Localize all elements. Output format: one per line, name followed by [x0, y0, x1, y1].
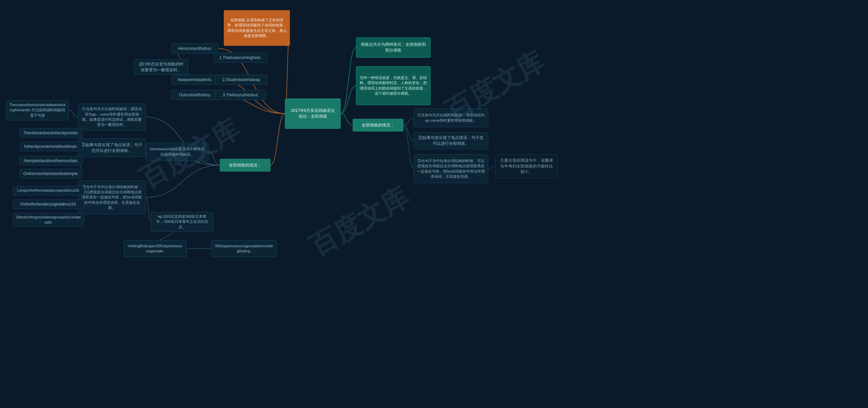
left-ex2-node: Theoldmanlivesinthecitycenter. [20, 128, 82, 138]
left-ex5-node: Onthemountainstandsatemple. [20, 169, 82, 178]
eg-beijing-node: eg.访问北京的是300名日本青年，/300名日本青年正在访问北京。 [151, 212, 214, 232]
top-orange-node: 全部倒装:主谓宾构成了正常的语序，把谓语动词提到了动词的前面，谓语动词直接发生在… [224, 10, 290, 46]
example2-node: 2.Studentswentaway. [215, 75, 268, 85]
right-sub2-node: ②如果句首出现了地点状语，句子也可以进行全部倒装。 [414, 132, 488, 149]
left-ex6-node: Lyingonthefloorwasaboyagedabout18. [13, 186, 84, 195]
herecomesthebus-node: Herecomesthebus. [171, 43, 219, 54]
quanbu-qingkuang-center-node: 全部倒装的情况： [220, 159, 271, 172]
jinxingshitai-node: 进行时态在变为倒装的时候要变为一般现在时。 [134, 59, 188, 75]
example1-node: 1.Thebusiscominghere. [214, 53, 267, 63]
right-teal1-node: 倒装总共分为两种形式：全部倒装和部分倒装 [356, 37, 431, 58]
mind-map-canvas: 2017年6月英语四级语法 知识：全部倒装全部倒装:主谓宾构成了正常的语序，把谓… [0, 0, 868, 408]
here-away-node: here/away/out/在英语当中称作方位副词或时间副词。 [146, 142, 209, 161]
left-ex1-node: Thencamethehourwehadbeenlookingforwardto… [6, 100, 69, 120]
right-sub4-node: 主要出现在阅读当中，在翻译当中考到全部倒装的可能性比较小。 [495, 154, 558, 178]
left-ex4-node: Atemplestandsonthemountain. [20, 156, 82, 166]
outrushedtheboy-node: Outrushedtheboy. [171, 90, 219, 100]
main-title-node: 2017年6月英语四级语法 知识：全部倒装 [285, 98, 341, 129]
example3-node: 3.Theboyrushedout. [215, 90, 266, 100]
awaywentstudents-node: Awaywentstudents. [171, 75, 219, 85]
note1-node: ①当首句为方位或时间副词，谓语动词为go、come等时通常用全部倒装。如果是进行… [78, 103, 146, 131]
right-teal2-node: 另外一种情况就是，仍然是主、谓、宾结构，谓语动词都有时态、人称的变化，把谓语动词… [356, 66, 431, 105]
right-sub3-node: ③当句子当中出现分词结构的时候，可以把现在分词或过去分词和地点状语联系在一起放在… [414, 154, 488, 183]
left-ex7-node: Ontheflorliesaboyagedabout18. [13, 199, 84, 209]
right-sub1-node: ①当首句为方位或时间副词，谓语动词为go come等时通常用全部倒装。 [414, 109, 488, 127]
watermark: 百度文库 [303, 179, 415, 265]
note2-node: ②如果句首出现了地点状语，句子也可以进行全部倒装。 [78, 138, 146, 157]
quanbu-qingkuang-right-node: 全部倒装的情况： [353, 119, 403, 132]
left-ex3-node: Inthecitycenterlvestheoldman. [20, 142, 82, 151]
visiting-beijing-node: VisitingBeijingare300Japaneseyoungpeople… [124, 240, 186, 257]
note3-node: ③当句子当中出现分词结构的时候，可以把现在分词或过去分词和地点状语联系在一起放在… [78, 180, 146, 214]
example-300-node: 300JapaneseyoungpeoplearevisitingBeijing… [211, 240, 277, 257]
left-ex8-node: Sittedonthegroundareagroupofyoundpeople. [13, 213, 84, 227]
